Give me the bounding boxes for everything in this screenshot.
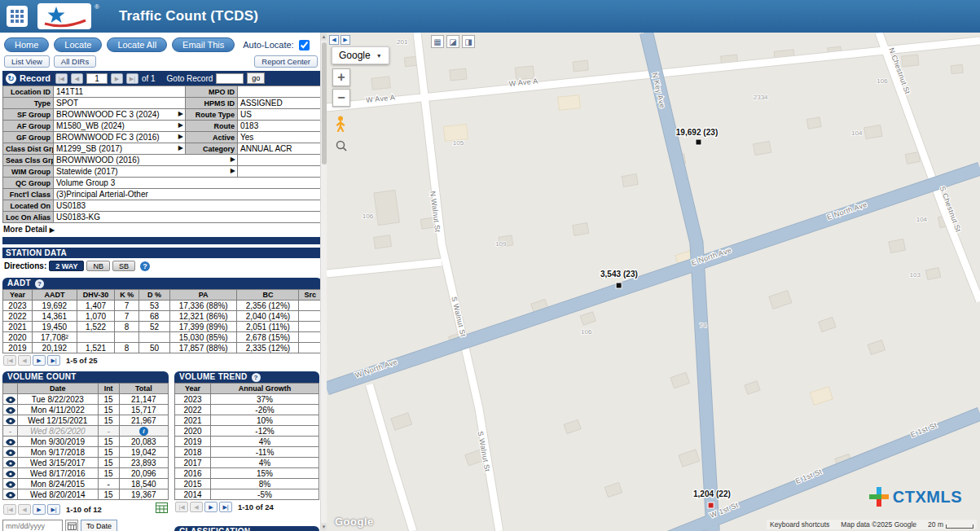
date-input[interactable] — [2, 520, 63, 531]
locate-button[interactable]: Locate — [54, 37, 102, 52]
expand-arrow-icon[interactable]: ▶ — [178, 110, 183, 117]
eye-icon[interactable] — [3, 447, 18, 458]
aadt-help-icon[interactable]: ? — [35, 279, 44, 288]
map-provider-dropdown[interactable]: Google ▼ — [332, 46, 389, 64]
last-page-button[interactable]: ▶| — [47, 355, 60, 366]
volume-count-row[interactable]: -Wed 8/26/2020-i — [3, 426, 169, 437]
marker-square-icon[interactable] — [616, 283, 622, 288]
aadt-cell: 8 — [115, 343, 139, 353]
volume-trend-row: 2022-26% — [175, 405, 319, 415]
magnifier-icon[interactable] — [336, 140, 347, 155]
aadt-cell: 17,399 (89%) — [169, 322, 236, 332]
next-record-button[interactable]: ▶ — [111, 73, 123, 84]
detail-row: WIM GroupStatewide (2017)▶ — [3, 166, 323, 178]
volume-count-row[interactable]: Mon 9/30/20191520,083 — [3, 437, 169, 447]
eye-icon[interactable] — [3, 489, 18, 500]
zoom-out-button[interactable]: − — [332, 89, 350, 107]
marker-square-icon[interactable] — [696, 139, 701, 145]
to-date-button[interactable]: To Date — [81, 520, 117, 531]
last-page-button[interactable]: ▶| — [219, 502, 232, 512]
app-grid-icon[interactable] — [7, 6, 28, 27]
direction-sb-button[interactable]: SB — [112, 261, 135, 271]
volume-trend-row: 20174% — [175, 458, 319, 468]
locate-all-button[interactable]: Locate All — [107, 37, 167, 52]
ctxmls-cross-icon — [869, 487, 889, 507]
zoom-in-button[interactable]: + — [332, 68, 350, 86]
expand-arrow-icon[interactable]: ▶ — [231, 156, 235, 163]
direction-2way-button[interactable]: 2 WAY — [49, 261, 84, 271]
volume-count-row[interactable]: Wed 3/15/20171523,893 — [3, 458, 169, 468]
first-page-button[interactable]: |◀ — [3, 504, 16, 515]
report-center-button[interactable]: Report Center — [254, 55, 318, 68]
volume-trend-help-icon[interactable]: ? — [252, 373, 261, 382]
next-page-button[interactable]: ▶ — [33, 355, 46, 366]
list-view-button[interactable]: List View — [4, 55, 50, 68]
building — [622, 174, 638, 187]
volume-count-row[interactable]: Wed 8/17/20161520,096 — [3, 468, 169, 479]
collapse-left-icon[interactable]: ◀ — [329, 35, 339, 45]
volume-count-row[interactable]: Tue 8/22/20231521,147 — [3, 394, 169, 405]
volume-trend-row: 202110% — [175, 415, 319, 426]
first-page-button[interactable]: |◀ — [3, 355, 16, 366]
pegman-icon[interactable] — [335, 116, 346, 135]
info-icon[interactable]: i — [139, 427, 148, 436]
aadt-row: 202017,708²15,030 (85%)2,678 (15%) — [3, 332, 322, 343]
count-interval: 15 — [98, 489, 119, 500]
map-canvas[interactable]: W Ave AW Ave AN Key AveN Walnut StS Waln… — [327, 33, 980, 531]
first-record-button[interactable]: |◀ — [55, 73, 68, 84]
volume-count-row[interactable]: Mon 9/17/20181519,042 — [3, 447, 169, 458]
column-header: K % — [115, 290, 139, 301]
directions-help-icon[interactable]: ? — [140, 261, 150, 271]
next-page-button[interactable]: ▶ — [33, 504, 46, 515]
volume-count-row[interactable]: Wed 12/15/20211521,967 — [3, 415, 169, 426]
last-record-button[interactable]: ▶| — [126, 73, 138, 84]
eye-icon[interactable] — [3, 468, 18, 479]
goto-record-input[interactable] — [216, 73, 244, 84]
expand-arrow-icon[interactable]: ▶ — [178, 144, 183, 151]
aadt-cell: 12,321 (86%) — [169, 311, 236, 322]
home-button[interactable]: Home — [4, 37, 49, 52]
last-page-button[interactable]: ▶| — [47, 504, 60, 515]
auto-locate-checkbox[interactable] — [299, 40, 310, 50]
refresh-icon[interactable]: ↻ — [6, 73, 16, 84]
volume-trend-table: YearAnnual Growth 202337%2022-26%202110%… — [174, 383, 319, 500]
all-dirs-button[interactable]: All DIRs — [54, 55, 96, 68]
expand-arrow-icon[interactable]: ▶ — [178, 133, 183, 140]
trend-cell: 4% — [211, 437, 319, 447]
expand-arrow-icon[interactable]: ▶ — [231, 167, 235, 174]
expand-arrow-icon[interactable]: ▶ — [178, 121, 183, 129]
email-this-button[interactable]: Email This — [172, 37, 235, 52]
eye-icon[interactable] — [3, 458, 18, 468]
scroll-up-icon[interactable]: ▲ — [321, 33, 327, 41]
satellite-icon[interactable]: ◪ — [446, 35, 459, 48]
eye-icon[interactable] — [3, 415, 18, 426]
eye-icon[interactable] — [3, 437, 18, 447]
prev-page-button[interactable]: ◀ — [18, 504, 31, 515]
first-page-button[interactable]: |◀ — [175, 502, 188, 512]
aadt-cell: 2023 — [3, 301, 33, 311]
eye-icon[interactable] — [3, 479, 18, 489]
eye-icon[interactable] — [3, 405, 18, 415]
prev-page-button[interactable]: ◀ — [190, 502, 203, 512]
eye-icon[interactable] — [3, 394, 18, 405]
go-button[interactable]: go — [247, 72, 265, 84]
keyboard-shortcuts-link[interactable]: Keyboard shortcuts — [770, 520, 829, 529]
more-detail-link[interactable]: More Detail ▶ — [2, 223, 322, 235]
date-picker-icon[interactable] — [65, 520, 78, 531]
draw-icon[interactable]: ◨ — [462, 35, 475, 48]
marker-square-icon[interactable] — [708, 502, 714, 508]
volume-count-row[interactable]: Mon 8/24/2015-18,540 — [3, 479, 169, 489]
layers-icon[interactable]: ▦ — [431, 35, 444, 48]
calendar-icon[interactable] — [156, 502, 168, 516]
next-page-button[interactable]: ▶ — [204, 502, 218, 512]
scroll-down-icon[interactable]: ▼ — [321, 523, 327, 531]
prev-record-button[interactable]: ◀ — [71, 73, 83, 84]
prev-page-button[interactable]: ◀ — [18, 355, 31, 366]
collapse-right-icon[interactable]: ▶ — [341, 35, 350, 45]
volume-count-row[interactable]: Wed 8/20/20141519,367 — [3, 489, 169, 500]
volume-count-row[interactable]: Mon 4/11/20221515,717 — [3, 405, 169, 415]
aadt-row: 202214,3611,07076812,321 (86%)2,040 (14%… — [3, 311, 322, 322]
direction-nb-button[interactable]: NB — [86, 261, 110, 271]
panel-scrollbar[interactable]: ▲ ▼ — [320, 33, 327, 531]
aadt-cell — [299, 322, 322, 332]
